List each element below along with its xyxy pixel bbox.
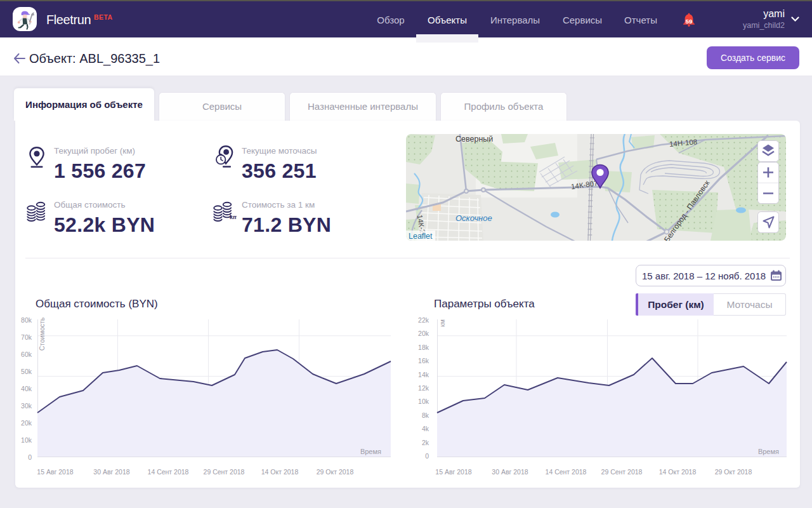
svg-text:60k: 60k [21,351,32,358]
svg-text:14 Сент 2018: 14 Сент 2018 [546,468,587,476]
svg-text:0: 0 [28,453,32,461]
svg-text:Время: Время [360,448,381,455]
svg-text:км: км [438,319,446,327]
svg-text:80k: 80k [21,316,32,324]
svg-text:Время: Время [758,448,779,455]
svg-text:70k: 70k [21,333,32,341]
svg-text:10k: 10k [418,398,429,405]
svg-text:29 Сент 2018: 29 Сент 2018 [601,468,643,476]
svg-text:14k: 14k [418,371,429,378]
svg-text:30 Авг 2018: 30 Авг 2018 [492,468,528,476]
svg-text:14 Окт 2018: 14 Окт 2018 [659,468,697,476]
svg-text:15 Авг 2018: 15 Авг 2018 [435,468,471,476]
svg-text:30 Авг 2018: 30 Авг 2018 [93,468,129,476]
svg-text:Leaflet: Leaflet [409,232,433,241]
svg-text:40k: 40k [21,385,32,392]
svg-text:4k: 4k [422,425,429,432]
svg-text:12k: 12k [418,384,429,392]
svg-text:15 Авг 2018: 15 Авг 2018 [37,468,73,476]
svg-text:29 Сент 2018: 29 Сент 2018 [204,468,245,476]
svg-text:30k: 30k [21,402,32,410]
svg-text:14 Сент 2018: 14 Сент 2018 [148,468,189,476]
svg-text:Оскочное: Оскочное [455,213,492,223]
svg-text:18k: 18k [418,344,429,351]
svg-text:20k: 20k [418,330,429,337]
svg-text:Северный: Северный [455,135,493,144]
svg-text:22k: 22k [418,316,429,324]
svg-text:29 Окт 2018: 29 Окт 2018 [317,468,354,476]
svg-text:0: 0 [425,452,429,460]
svg-text:50k: 50k [21,368,32,375]
svg-text:20k: 20k [21,419,32,427]
svg-text:Стоимость: Стоимость [38,317,46,351]
svg-text:16k: 16k [418,357,429,364]
svg-text:2k: 2k [422,439,429,446]
svg-text:8k: 8k [422,411,429,419]
svg-text:10k: 10k [21,436,32,444]
svg-text:14 Окт 2018: 14 Окт 2018 [261,468,299,476]
svg-text:29 Окт 2018: 29 Окт 2018 [715,468,752,476]
